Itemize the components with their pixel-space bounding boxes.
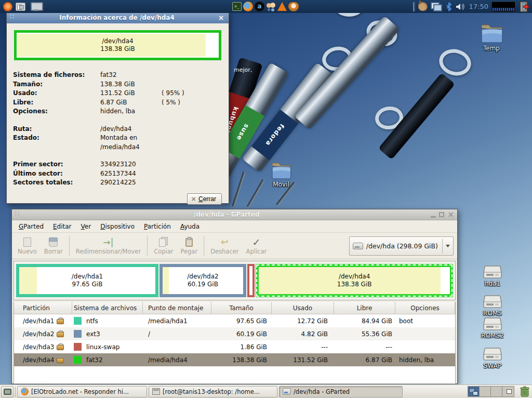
copy-button[interactable]: Copiar [150,234,177,257]
window-menu-icon[interactable] [15,213,20,217]
vlc-launcher-icon[interactable] [277,2,287,11]
task-button-firefox[interactable]: [ElOtroLado.net - Responder hi... [17,386,147,397]
mount-point: /media/hda4 [143,356,211,364]
show-desktop-icon [4,389,11,395]
menu-dispositivo[interactable]: Dispositivo [96,221,139,232]
free-value: 84.94 GiB [334,317,395,325]
desktop-icon-swap[interactable]: SWAP [474,347,511,369]
folder-icon [270,162,292,180]
fox-launcher-icon[interactable] [288,2,299,11]
fs-name: ntfs [86,317,98,325]
close-button[interactable]: × Cerrar [187,193,222,205]
volume-icon[interactable] [456,3,466,11]
workspace-4[interactable] [502,387,514,396]
header-punto-montaje: Punto de montaje [143,302,211,314]
firefox-launcher-icon[interactable] [243,2,253,11]
visual-partition-hda2[interactable]: /dev/hda2 60.19 GiB [159,264,246,297]
desktop-icon-label: SWAP [484,362,501,369]
desktop-icon-roms2[interactable]: ROMS2 [474,317,511,339]
workspace-1[interactable] [468,387,480,396]
delete-button[interactable]: Borrar [41,234,66,257]
table-row-hda4-selected[interactable]: /dev/hda4 fat32 /media/hda4 138.38 GiB 1… [14,353,455,366]
preview-partition-name: /dev/hda4 [102,37,133,45]
visual-partition-hda4-selected[interactable]: /dev/hda4 138.38 GiB [256,264,453,297]
desktop-icon-hda1[interactable]: hda1 [474,265,511,287]
task-button-terminal[interactable]: [root@tanis13-desktop: /home... [149,386,277,397]
task-button-gparted[interactable]: /dev/hda - GParted [279,386,403,397]
menu-particion[interactable]: Partición [139,221,176,232]
field-row: Sectores totales:290214225 [13,178,229,188]
visual-partition-hda1[interactable]: /dev/hda1 97.65 GiB [16,264,158,297]
amarok-launcher-icon[interactable]: a [255,2,264,11]
desktop: kubuntu suse fedora mejor, Temp [0,0,532,398]
table-row-hda1[interactable]: /dev/hda1 ntfs /media/hda1 97.65 GiB 12.… [14,314,455,327]
apply-button[interactable]: ✓ Aplicar [243,234,271,257]
logout-icon[interactable] [518,2,530,12]
menu-editar[interactable]: Editar [48,221,76,232]
trash-icon[interactable] [520,386,530,397]
menu-ver[interactable]: Ver [76,221,96,232]
size-value: 1.86 GiB [211,343,272,351]
new-button[interactable]: Nuevo [14,234,41,257]
workspace-2[interactable] [480,387,491,396]
partition-name: /dev/hda2 [23,330,54,338]
used-value: 4.82 GiB [272,330,334,338]
drive-icon [483,347,502,361]
fs-color-swatch [74,343,82,351]
fs-color-swatch [74,330,82,338]
table-row-hda2[interactable]: /dev/hda2 ext3 / 60.19 GiB 4.82 GiB 55.3… [14,327,455,340]
show-desktop-button[interactable] [1,386,14,397]
network-tray-icon[interactable] [431,2,442,11]
minimize-icon[interactable] [431,216,436,218]
system-monitor-applet[interactable] [491,2,515,12]
gparted-window-title: /dev/hda - GParted [22,211,431,218]
clock[interactable]: 17:50 [469,3,488,10]
taskbar-separator [15,387,16,397]
visual-partition-label: /dev/hda4 [339,273,370,281]
resize-move-button[interactable]: →| Redimensionar/Mover [72,234,144,257]
panel-launchers: >_ a [232,1,299,12]
maximize-icon[interactable] [439,212,444,217]
task-label: [ElOtroLado.net - Responder hi... [31,388,129,395]
visual-partition-size: 60.19 GiB [188,281,218,288]
visual-partition-hda3-swap[interactable] [247,264,255,297]
undo-button[interactable]: ↩ Deshacer [207,234,242,257]
gparted-menubar: GParted Editar Ver Dispositivo Partición… [12,220,457,233]
users-launcher-icon[interactable] [266,2,276,11]
computer-icon[interactable] [31,2,41,11]
bluetooth-icon[interactable] [445,2,453,11]
delete-icon [49,238,58,247]
drive-icon [483,317,502,331]
terminal-launcher-icon[interactable]: >_ [232,2,242,11]
desktop-icon-roms[interactable]: ROMS [474,295,511,317]
window-selector-icon[interactable] [16,3,25,11]
device-selector[interactable]: /dev/hda (298.09 GiB) [349,236,454,256]
desktop-icon-label: ROMS2 [481,332,503,339]
wallpaper-label-fedora: fedora [264,123,286,148]
table-row-hda3[interactable]: /dev/hda3 linux-swap 1.86 GiB --- --- [14,340,455,353]
visual-partition-size: 138.38 GiB [337,281,372,288]
paste-button[interactable]: Pegar [177,234,201,257]
disk-icon [353,243,363,249]
menu-gparted[interactable]: GParted [14,221,48,232]
field-row: Libre:6.87 GiB( 5% ) [13,98,229,108]
close-icon[interactable]: × [217,14,225,22]
workspace-3[interactable] [491,387,502,396]
window-menu-icon[interactable] [10,16,15,20]
desktop-icon-label: hda1 [485,280,500,287]
header-sistema-archivos: Sistema de archivos [72,302,143,314]
dialog-titlebar[interactable]: Información acerca de /dev/hda4 × [7,12,229,23]
gparted-titlebar[interactable]: /dev/hda - GParted × [12,209,457,220]
lock-icon [57,356,63,363]
menu-ayuda[interactable]: Ayuda [176,221,204,232]
fs-color-swatch [74,317,82,325]
desktop-icon-movil[interactable]: Movil [262,162,300,188]
applet-handle[interactable] [413,2,415,11]
close-icon[interactable]: × [447,211,454,218]
taskbar: [ElOtroLado.net - Responder hi... [root@… [0,384,532,398]
ubuntu-menu-icon[interactable] [3,2,12,11]
top-panel: >_ a 17:50 [0,0,532,13]
resize-move-button-label: Redimensionar/Mover [76,248,141,255]
amule-tray-icon[interactable] [418,2,428,11]
desktop-icon-temp[interactable]: Temp [473,24,510,52]
